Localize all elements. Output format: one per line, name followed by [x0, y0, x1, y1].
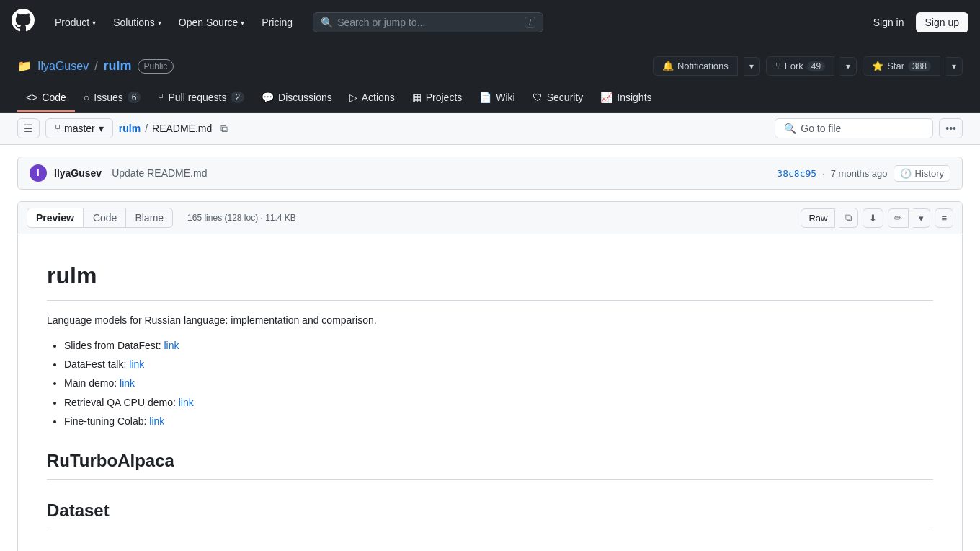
search-bar[interactable]: 🔍 / [313, 12, 543, 32]
breadcrumb-separator: / [145, 123, 148, 134]
star-button[interactable]: ⭐ Star 388 [863, 56, 940, 76]
commit-message: Update README.md [112, 167, 207, 179]
open-source-chevron-icon: ▾ [241, 19, 244, 27]
readme-section1: RuTurboAlpaca [47, 447, 933, 480]
github-logo[interactable] [12, 9, 35, 36]
repo-tabs: <> Code ○ Issues 6 ⑂ Pull requests 2 💬 D… [17, 84, 963, 112]
star-count: 388 [908, 61, 931, 71]
view-tab-preview[interactable]: Preview [27, 208, 84, 228]
list-item: Slides from DataFest: link [64, 338, 933, 353]
tab-insights[interactable]: 📈 Insights [592, 84, 660, 112]
star-label: Star [887, 61, 904, 71]
tab-projects[interactable]: ▦ Projects [404, 84, 471, 112]
visibility-badge: Public [138, 59, 174, 74]
solutions-chevron-icon: ▾ [158, 19, 161, 27]
fork-caret[interactable]: ▾ [840, 57, 857, 76]
issues-icon: ○ [84, 92, 89, 103]
actions-icon: ▷ [349, 92, 357, 103]
commit-author[interactable]: IlyaGusev [54, 167, 102, 179]
repo-owner-link[interactable]: IlyaGusev [37, 60, 89, 73]
more-options-button[interactable]: ••• [939, 118, 963, 138]
file-view-header: Preview Code Blame 165 lines (128 loc) ·… [18, 202, 962, 234]
copy-file-button[interactable]: ⧉ [839, 208, 858, 228]
history-button[interactable]: 🕐 History [894, 165, 950, 182]
commit-meta: 38c8c95 · 7 months ago 🕐 History [777, 165, 950, 182]
file-actions: Raw ⧉ ⬇ ✏ ▾ ≡ [801, 208, 953, 228]
commit-row: I IlyaGusev Update README.md 38c8c95 · 7… [17, 157, 963, 190]
commit-separator: · [822, 168, 825, 179]
copy-path-button[interactable]: ⧉ [218, 120, 231, 138]
avatar: I [30, 164, 47, 182]
talk-link[interactable]: link [129, 358, 144, 370]
search-input[interactable] [337, 17, 525, 28]
list-item: Fine-tuning Colab: link [64, 413, 933, 429]
list-button[interactable]: ≡ [935, 208, 953, 228]
wiki-icon: 📄 [479, 92, 491, 103]
insights-icon: 📈 [600, 92, 612, 103]
branch-name: master [64, 123, 95, 134]
demo-link[interactable]: link [120, 377, 135, 389]
readme-content: rulm Language models for Russian languag… [18, 234, 962, 551]
copy-icon: ⧉ [220, 123, 228, 134]
notifications-caret[interactable]: ▾ [744, 57, 760, 76]
branch-icon: ⑂ [55, 123, 61, 134]
raw-button[interactable]: Raw [801, 208, 835, 228]
tab-wiki[interactable]: 📄 Wiki [471, 84, 523, 112]
slides-link[interactable]: link [164, 340, 179, 351]
edit-more-button[interactable]: ▾ [913, 208, 930, 228]
star-icon: ⭐ [872, 61, 883, 71]
breadcrumb-repo-link[interactable]: rulm [119, 123, 141, 134]
sign-up-button[interactable]: Sign up [916, 12, 968, 32]
history-icon: 🕐 [900, 168, 912, 179]
edit-button[interactable]: ✏ [888, 208, 909, 228]
fork-button[interactable]: ⑂ Fork 49 [766, 56, 834, 76]
tab-pull-requests[interactable]: ⑂ Pull requests 2 [149, 84, 253, 112]
repo-header: 📁 IlyaGusev / rulm Public 🔔 Notification… [0, 45, 980, 113]
search-shortcut-badge: / [525, 17, 535, 28]
star-caret[interactable]: ▾ [946, 57, 963, 76]
pr-icon: ⑂ [158, 92, 164, 103]
view-tab-code[interactable]: Code [84, 208, 126, 228]
fork-label: Fork [785, 61, 803, 71]
nav-product[interactable]: Product ▾ [52, 11, 99, 34]
tab-code[interactable]: <> Code [17, 84, 75, 112]
nav-open-source[interactable]: Open Source ▾ [176, 11, 248, 34]
list-item: Main demo: link [64, 375, 933, 391]
file-toolbar: ☰ ⑂ master ▾ rulm / README.md ⧉ 🔍 Go to … [0, 113, 980, 145]
goto-file-icon: 🔍 [784, 123, 796, 134]
repo-name-link[interactable]: rulm [104, 58, 132, 74]
sign-in-button[interactable]: Sign in [868, 13, 910, 32]
nav-solutions[interactable]: Solutions ▾ [110, 11, 164, 34]
tab-actions[interactable]: ▷ Actions [341, 84, 404, 112]
repo-slash: / [94, 60, 97, 73]
nav-pricing[interactable]: Pricing [259, 11, 295, 34]
commit-hash[interactable]: 38c8c95 [777, 168, 816, 179]
readme-subtitle: Language models for Russian language: im… [47, 312, 933, 328]
readme-section2: Dataset [47, 497, 933, 529]
notifications-button[interactable]: 🔔 Notifications [653, 56, 738, 76]
tab-discussions[interactable]: 💬 Discussions [253, 84, 341, 112]
retrieval-link[interactable]: link [179, 397, 194, 408]
branch-chevron-icon: ▾ [99, 123, 104, 134]
list-item: Retrieval QA CPU demo: link [64, 394, 933, 410]
colab-link[interactable]: link [149, 415, 164, 427]
goto-file-label: Go to file [801, 123, 841, 134]
breadcrumb-file: README.md [152, 123, 212, 134]
file-meta: 165 lines (128 loc) · 11.4 KB [187, 213, 296, 223]
tab-issues[interactable]: ○ Issues 6 [75, 84, 150, 112]
repo-title-row: 📁 IlyaGusev / rulm Public 🔔 Notification… [17, 56, 963, 76]
fork-count: 49 [807, 61, 825, 71]
tab-security[interactable]: 🛡 Security [524, 84, 592, 112]
sidebar-toggle-button[interactable]: ☰ [17, 118, 40, 138]
view-tab-blame[interactable]: Blame [126, 208, 173, 228]
goto-file-button[interactable]: 🔍 Go to file [775, 118, 933, 138]
branch-selector[interactable]: ⑂ master ▾ [45, 118, 113, 138]
download-button[interactable]: ⬇ [863, 208, 883, 228]
readme-title: rulm [47, 257, 933, 301]
list-item: DataFest talk: link [64, 356, 933, 372]
fork-icon: ⑂ [775, 61, 781, 71]
discussions-icon: 💬 [262, 92, 274, 103]
repo-actions: 🔔 Notifications ▾ ⑂ Fork 49 ▾ ⭐ Star 388… [653, 56, 963, 76]
breadcrumb: rulm / README.md [119, 123, 212, 134]
security-icon: 🛡 [533, 92, 543, 103]
